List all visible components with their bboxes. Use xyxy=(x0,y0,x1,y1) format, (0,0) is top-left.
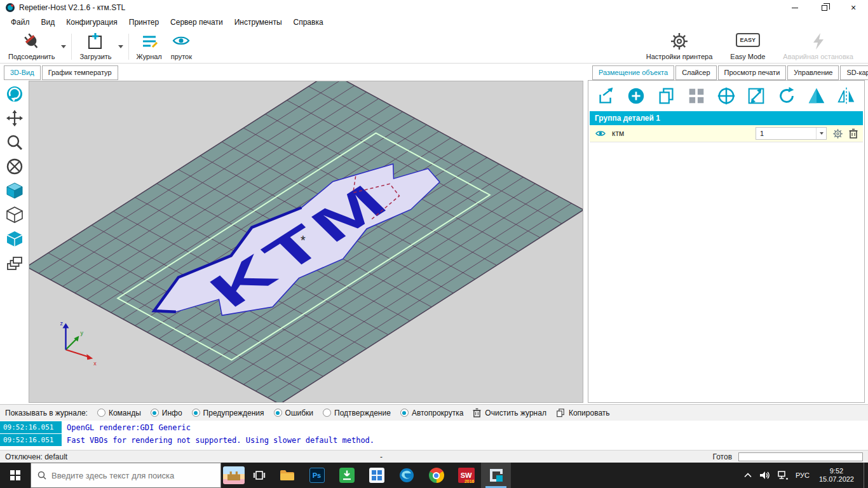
volume-icon[interactable] xyxy=(759,470,770,480)
task-view-button[interactable] xyxy=(247,463,272,488)
search-icon xyxy=(37,471,46,480)
object-settings-gear-icon[interactable] xyxy=(832,128,843,139)
show-desktop-button[interactable] xyxy=(864,463,867,488)
folder-icon xyxy=(280,469,295,482)
svg-text:x: x xyxy=(93,360,97,367)
tab-object-placement[interactable]: Размещение объекта xyxy=(592,65,674,80)
object-delete-trash-icon[interactable] xyxy=(849,128,858,139)
orbit-icon xyxy=(6,85,24,103)
rotate-view-button[interactable] xyxy=(3,84,26,104)
restore-button[interactable] xyxy=(810,0,839,15)
lay-flat-button[interactable] xyxy=(806,86,827,106)
easy-mode-button[interactable]: EASY Easy Mode xyxy=(726,30,770,63)
printer-settings-button[interactable]: Настройки принтера xyxy=(642,30,717,63)
center-object-button[interactable] xyxy=(716,86,736,106)
menu-item-config[interactable]: Конфигурация xyxy=(60,17,123,28)
repetier-app-icon xyxy=(5,3,15,13)
log-filter-warnings[interactable]: Предупреждения xyxy=(192,409,264,417)
photoshop-taskbar-icon[interactable]: Ps xyxy=(302,463,332,488)
log-filter-info[interactable]: Инфо xyxy=(151,409,182,417)
menu-item-view[interactable]: Вид xyxy=(36,17,61,28)
log-filter-bar: Показывать в журнале: Команды Инфо Преду… xyxy=(0,404,868,421)
network-icon[interactable] xyxy=(777,470,789,480)
log-filter-autoscroll[interactable]: Автопрокрутка xyxy=(400,409,463,417)
export-object-button[interactable] xyxy=(596,86,616,106)
object-row[interactable]: ктм 1 xyxy=(590,125,863,142)
copy-log-button[interactable]: Копировать xyxy=(556,408,610,417)
log-filter-label: Предупреждения xyxy=(203,409,264,417)
language-indicator[interactable]: РУС xyxy=(796,471,810,479)
copy-icon xyxy=(556,408,565,417)
log-filter-label: Автопрокрутка xyxy=(412,409,463,417)
layer-view-button[interactable] xyxy=(3,253,26,273)
chevron-down-icon xyxy=(118,45,123,48)
reset-view-button[interactable] xyxy=(3,156,26,177)
menu-item-tools[interactable]: Инструменты xyxy=(229,17,288,28)
mirror-object-button[interactable] xyxy=(836,86,857,106)
green-app-taskbar-icon[interactable] xyxy=(332,463,362,488)
tray-expand-chevron-icon[interactable] xyxy=(744,473,752,478)
edge-taskbar-icon[interactable] xyxy=(391,463,421,488)
log-filter-caption: Показывать в журнале: xyxy=(5,409,88,417)
emergency-stop-button[interactable]: Аварийная остановка xyxy=(778,30,858,63)
3d-scene[interactable]: KTM x y z * xyxy=(29,81,583,402)
connect-button[interactable]: Подсоединить xyxy=(4,30,59,63)
move-view-button[interactable] xyxy=(3,108,26,128)
clock[interactable]: 9:52 15.07.2022 xyxy=(817,467,857,484)
log-filter-commands[interactable]: Команды xyxy=(97,409,141,417)
object-visibility-eye-icon[interactable] xyxy=(595,129,606,138)
clear-log-label: Очистить журнал xyxy=(485,409,546,417)
toggle-filament-button[interactable]: пруток xyxy=(166,30,196,63)
connect-label: Подсоединить xyxy=(8,53,55,60)
front-view-button[interactable] xyxy=(3,205,26,225)
green-app-icon xyxy=(339,468,355,483)
tab-slicer[interactable]: Слайсер xyxy=(675,65,716,80)
chrome-taskbar-icon[interactable] xyxy=(421,463,451,488)
menu-item-file[interactable]: Файл xyxy=(5,17,36,28)
object-group-header[interactable]: Группа деталей 1 xyxy=(590,111,863,125)
object-count-spinner[interactable]: 1 xyxy=(756,127,827,140)
start-button[interactable] xyxy=(0,463,31,488)
rotate-object-button[interactable] xyxy=(776,86,797,106)
news-widget-button[interactable] xyxy=(221,463,247,488)
solidworks-year: 2016 xyxy=(465,479,475,484)
tab-manual-control[interactable]: Управление xyxy=(787,65,839,80)
menu-item-help[interactable]: Справка xyxy=(288,17,329,28)
task-view-icon xyxy=(253,470,266,480)
close-button[interactable]: × xyxy=(839,0,868,15)
menu-bar: Файл Вид Конфигурация Принтер Сервер печ… xyxy=(0,15,868,29)
log-message: Fast VBOs for rendering not supported. U… xyxy=(62,434,374,446)
taskbar-search[interactable] xyxy=(31,463,221,488)
top-view-button[interactable] xyxy=(3,229,26,249)
add-object-button[interactable] xyxy=(626,86,646,106)
log-filter-ack[interactable]: Подтверждение xyxy=(323,409,391,417)
search-input[interactable] xyxy=(51,471,204,480)
log-filter-errors[interactable]: Ошибки xyxy=(274,409,314,417)
tab-temperature-graph[interactable]: График температур xyxy=(42,65,118,80)
menu-item-print-server[interactable]: Сервер печати xyxy=(165,17,229,28)
minimize-button[interactable] xyxy=(780,0,810,15)
spinner-dropdown[interactable] xyxy=(816,128,826,139)
scale-object-button[interactable] xyxy=(746,86,766,106)
connect-dropdown[interactable] xyxy=(59,30,68,63)
load-dropdown[interactable] xyxy=(116,30,125,63)
tab-sd-card[interactable]: SD-карта xyxy=(840,65,868,80)
toggle-log-button[interactable]: Журнал xyxy=(132,30,166,63)
tab-3d-view[interactable]: 3D-Вид xyxy=(4,65,41,80)
log-view[interactable]: 09:52:16.051 OpenGL renderer:GDI Generic… xyxy=(0,421,868,450)
solidworks-taskbar-icon[interactable]: SW 2016 xyxy=(451,463,481,488)
copy-object-button[interactable] xyxy=(656,86,677,106)
move-arrows-icon xyxy=(6,109,24,127)
repetier-taskbar-icon[interactable] xyxy=(481,463,511,488)
iso-view-button[interactable] xyxy=(3,180,26,201)
tiles-app-taskbar-icon[interactable] xyxy=(362,463,391,488)
load-button[interactable]: Загрузить xyxy=(75,30,116,63)
tab-print-preview[interactable]: Просмотр печати xyxy=(718,65,787,80)
zoom-view-button[interactable] xyxy=(3,132,26,152)
file-explorer-taskbar-icon[interactable] xyxy=(272,463,302,488)
window-title: Repetier-Host V2.1.6 - ктм.STL xyxy=(19,3,125,12)
clear-log-button[interactable]: Очистить журнал xyxy=(473,408,546,417)
3d-viewport[interactable]: KTM x y z * xyxy=(29,81,583,403)
menu-item-printer[interactable]: Принтер xyxy=(123,17,165,28)
autoposition-button[interactable] xyxy=(686,86,707,106)
